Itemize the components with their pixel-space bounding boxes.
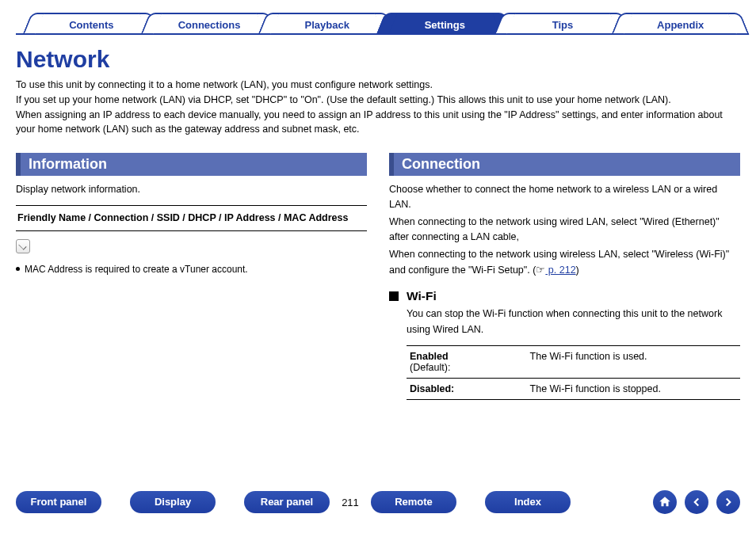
btn-next[interactable] xyxy=(716,490,740,514)
col-information: Information Display network information.… xyxy=(16,150,367,400)
home-icon xyxy=(658,495,672,509)
table-row: Enabled (Default): The Wi-Fi function is… xyxy=(407,346,740,379)
information-fields: Friendly Name / Connection / SSID / DHCP… xyxy=(16,205,367,231)
tab-tips[interactable]: Tips xyxy=(505,13,621,35)
tab-label: Settings xyxy=(425,19,465,31)
wifi-options-table: Enabled (Default): The Wi-Fi function is… xyxy=(407,345,740,400)
reference-icon: ☞ xyxy=(536,264,545,276)
tab-label: Contents xyxy=(69,19,113,31)
btn-front-panel[interactable]: Front panel xyxy=(16,491,101,513)
connection-p3: When connecting to the network using wir… xyxy=(389,247,740,279)
btn-prev[interactable] xyxy=(685,490,708,514)
page: Contents Connections Playback Settings T… xyxy=(0,0,756,533)
information-notes: MAC Address is required to create a vTun… xyxy=(16,262,367,277)
note-icon xyxy=(16,239,30,253)
connection-p1: Choose whether to connect the home netwo… xyxy=(389,182,740,213)
option-value: The Wi-Fi function is used. xyxy=(527,346,740,379)
btn-rear-panel[interactable]: Rear panel xyxy=(244,491,330,513)
tab-settings[interactable]: Settings xyxy=(387,13,503,35)
section-head-information: Information xyxy=(16,153,367,176)
btn-home[interactable] xyxy=(653,490,677,514)
bottom-bar: Front panel Display Rear panel 211 Remot… xyxy=(16,490,740,514)
square-icon xyxy=(389,291,399,301)
btn-display[interactable]: Display xyxy=(130,491,216,513)
tab-appendix[interactable]: Appendix xyxy=(622,13,739,35)
arrow-right-icon xyxy=(721,495,735,509)
table-row: Disabled: The Wi-Fi function is stopped. xyxy=(407,379,740,400)
btn-remote[interactable]: Remote xyxy=(371,491,456,513)
subhead-wifi: Wi-Fi xyxy=(389,289,740,303)
page-title: Network xyxy=(16,46,740,73)
tab-contents[interactable]: Contents xyxy=(33,13,150,35)
option-key: Enabled (Default): xyxy=(407,346,527,379)
arrow-left-icon xyxy=(689,495,704,509)
tab-label: Tips xyxy=(552,19,574,31)
section-head-connection: Connection xyxy=(389,153,740,176)
page-number: 211 xyxy=(330,497,371,508)
tab-playback[interactable]: Playback xyxy=(269,13,385,35)
subhead-label: Wi-Fi xyxy=(407,289,437,303)
connection-p2: When connecting to the network using wir… xyxy=(389,215,740,246)
option-value: The Wi-Fi function is stopped. xyxy=(527,379,740,400)
tab-label: Connections xyxy=(178,19,241,31)
wifi-lede: You can stop the Wi-Fi function when con… xyxy=(407,306,740,337)
link-p212[interactable]: p. 212 xyxy=(545,265,575,276)
tab-label: Playback xyxy=(304,19,349,31)
information-lede: Display network information. xyxy=(16,182,367,197)
intro-text: To use this unit by connecting it to a h… xyxy=(16,78,740,137)
col-connection: Connection Choose whether to connect the… xyxy=(389,150,740,400)
note-text: MAC Address is required to create a vTun… xyxy=(25,262,248,277)
btn-index[interactable]: Index xyxy=(485,491,571,513)
bullet-icon xyxy=(16,267,20,271)
tab-connections[interactable]: Connections xyxy=(151,13,268,35)
option-key: Disabled: xyxy=(407,379,527,400)
tab-label: Appendix xyxy=(657,19,704,31)
top-tabs: Contents Connections Playback Settings T… xyxy=(33,13,740,35)
